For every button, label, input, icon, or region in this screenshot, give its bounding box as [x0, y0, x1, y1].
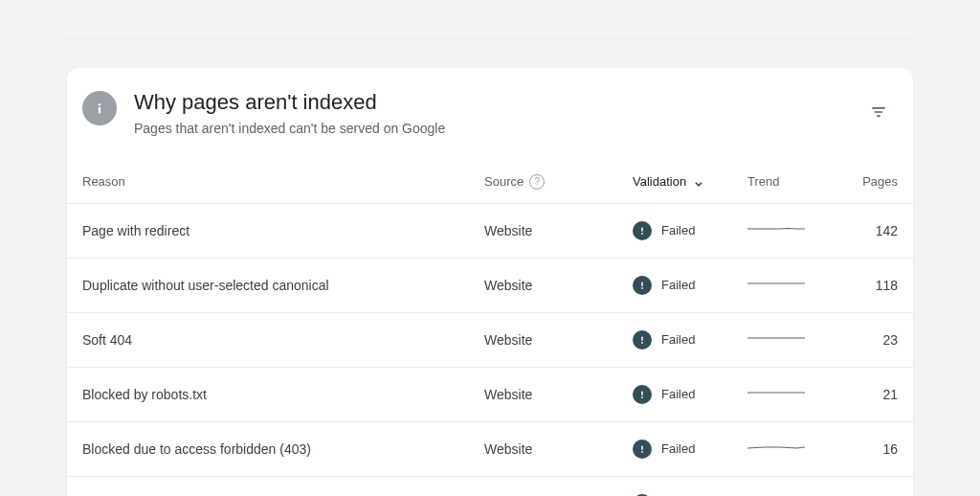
- warning-icon: [633, 440, 652, 459]
- col-header-pages[interactable]: Pages: [843, 174, 898, 189]
- table-row[interactable]: Crawled - currently not indexed Google s…: [67, 477, 913, 496]
- row-reason: Blocked by robots.txt: [82, 387, 484, 402]
- row-source: Website: [484, 278, 633, 293]
- svg-point-7: [641, 342, 643, 344]
- trend-sparkline: [747, 386, 805, 399]
- info-icon: [82, 91, 117, 125]
- trend-sparkline: [747, 440, 805, 454]
- trend-sparkline: [747, 331, 805, 345]
- svg-rect-6: [641, 336, 643, 341]
- row-validation: Failed: [633, 440, 747, 459]
- filter-button[interactable]: [859, 93, 898, 131]
- row-source: Website: [484, 332, 633, 348]
- row-source: Website: [484, 223, 633, 238]
- svg-rect-4: [641, 282, 643, 286]
- validation-status-label: Failed: [661, 441, 695, 456]
- filter-icon: [869, 102, 888, 122]
- row-trend: [747, 277, 843, 293]
- row-pages: 142: [843, 223, 898, 238]
- card-header: Why pages aren't indexed Pages that aren…: [67, 68, 913, 161]
- row-validation: Failed: [633, 385, 747, 404]
- svg-rect-8: [641, 391, 643, 395]
- svg-point-3: [641, 233, 643, 235]
- row-reason: Duplicate without user-selected canonica…: [82, 278, 484, 293]
- trend-sparkline: [747, 222, 805, 236]
- row-reason: Page with redirect: [82, 223, 484, 238]
- table-row[interactable]: Soft 404 Website Failed 23: [67, 313, 913, 368]
- row-pages: 118: [843, 278, 898, 293]
- help-icon[interactable]: ?: [529, 174, 545, 190]
- row-validation: Failed: [633, 221, 747, 240]
- svg-point-0: [99, 103, 101, 106]
- col-header-validation-label: Validation: [633, 174, 686, 189]
- row-pages: 23: [843, 332, 898, 348]
- col-header-validation[interactable]: Validation: [633, 174, 747, 189]
- svg-point-5: [641, 287, 643, 289]
- sort-arrow-down-icon: [692, 175, 705, 189]
- table-row[interactable]: Duplicate without user-selected canonica…: [67, 259, 913, 313]
- warning-icon: [633, 330, 652, 349]
- validation-status-label: Failed: [661, 223, 695, 237]
- row-source: Website: [484, 387, 633, 402]
- warning-icon: [633, 276, 652, 295]
- table-row[interactable]: Blocked by robots.txt Website Failed 21: [67, 368, 913, 422]
- col-header-source-label: Source: [484, 174, 523, 189]
- row-trend: [747, 386, 843, 402]
- table-row[interactable]: Blocked due to access forbidden (403) We…: [67, 422, 913, 477]
- row-trend: [747, 222, 843, 238]
- table-row[interactable]: Page with redirect Website Failed 142: [67, 204, 913, 259]
- trend-sparkline: [747, 277, 805, 290]
- row-validation: Failed: [633, 276, 747, 295]
- svg-point-11: [641, 451, 643, 453]
- col-header-source[interactable]: Source ?: [484, 174, 633, 190]
- card-title: Why pages aren't indexed: [134, 89, 859, 117]
- col-header-trend[interactable]: Trend: [747, 174, 843, 189]
- svg-point-9: [641, 396, 643, 398]
- row-reason: Soft 404: [82, 332, 484, 348]
- top-divider: [67, 38, 913, 39]
- indexing-reasons-card: Why pages aren't indexed Pages that aren…: [67, 68, 913, 496]
- row-pages: 21: [843, 387, 898, 402]
- card-subtitle: Pages that aren't indexed can't be serve…: [134, 121, 859, 136]
- svg-rect-2: [641, 227, 643, 232]
- col-header-reason[interactable]: Reason: [82, 174, 484, 189]
- row-source: Website: [484, 441, 633, 457]
- warning-icon: [633, 385, 652, 404]
- validation-status-label: Failed: [661, 387, 695, 401]
- validation-status-label: Failed: [661, 332, 695, 347]
- row-pages: 16: [843, 441, 898, 457]
- row-trend: [747, 440, 843, 457]
- validation-status-label: Failed: [661, 278, 695, 292]
- row-validation: Failed: [633, 330, 747, 349]
- table-header-row: Reason Source ? Validation Trend Pages: [67, 161, 913, 204]
- svg-rect-1: [99, 107, 100, 114]
- row-trend: [747, 331, 843, 348]
- row-reason: Blocked due to access forbidden (403): [82, 441, 484, 457]
- warning-icon: [633, 221, 652, 240]
- svg-rect-10: [641, 445, 643, 450]
